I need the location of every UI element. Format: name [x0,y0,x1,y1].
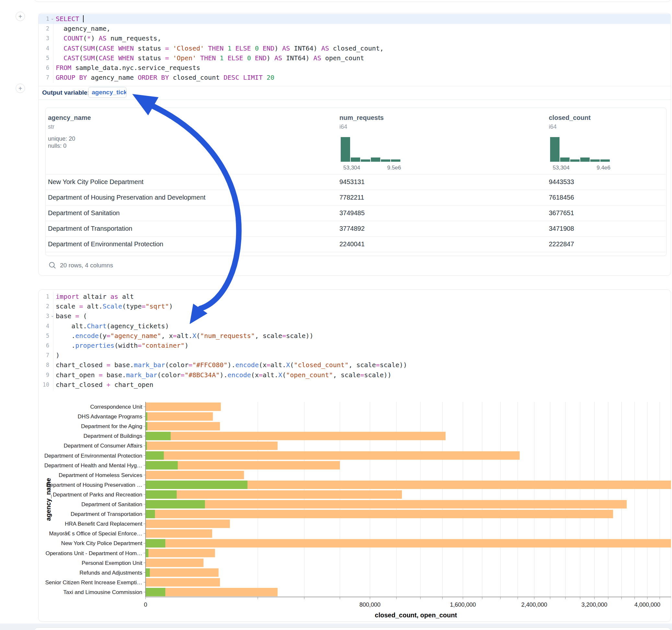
y-tick-label: Department of Parks and Recreation [53,492,142,498]
line-number: 7 [38,350,49,360]
code-line: 3 COUNT(*) AS num_requests, [38,33,667,43]
table-cell: 3749485 [339,205,365,221]
fold-caret-icon[interactable]: ⌄ [51,311,54,320]
histogram-bar [361,160,370,162]
histogram-bar [391,160,400,162]
code-text: chart_open = base.mark_bar(color="#8BC34… [56,370,391,380]
histogram-bar [550,137,559,162]
code-text: .properties(width="container") [56,341,188,350]
y-tick-label: Refunds and Adjustments [79,570,142,576]
output-variable-value: agency_tickets [92,89,126,96]
line-number: 3 [38,33,49,43]
code-text: .encode(y="agency_name", x=alt.X("num_re… [56,331,313,341]
closed-count-bar [146,588,278,596]
closed-count-bar [146,568,218,577]
y-tick-label: Department of Buildings [83,433,142,439]
altair-chart: 0800,0001,600,0002,400,0003,200,0004,000… [38,399,671,622]
histogram-max-label: 9.4e6 [590,165,610,171]
histogram-bar [570,160,580,162]
closed-count-bar [146,559,203,567]
table-cell: 3677651 [549,205,574,221]
open-count-bar [146,500,205,508]
y-tick-label: Operations Unit - Department of Hom… [45,550,142,556]
closed-count-bar [146,539,671,547]
line-number: 1 [38,14,49,24]
closed-count-bar [146,519,230,528]
code-text: agency_name, [56,24,111,34]
add-cell-button[interactable]: + [16,12,25,21]
table-cell: 7782211 [339,190,364,205]
open-count-bar [146,549,148,557]
table-cell: 3471908 [549,221,574,236]
histogram-min-label: 53,304 [343,165,360,171]
code-line: 2scale = alt.Scale(type="sqrt") [38,301,667,311]
line-number: 4 [38,321,49,331]
code-line: 6 .properties(width="container") [38,341,667,350]
column-meta: i64 [339,123,347,130]
next-cell-edge [34,627,671,630]
add-cell-button-2[interactable]: + [16,83,25,93]
code-line: 8chart_closed = base.mark_bar(color="#FF… [38,360,667,370]
table-cell: 9453131 [339,174,365,190]
line-number: 1 [38,292,49,302]
column-meta: i64 [549,123,557,130]
line-number: 3 [38,311,49,321]
code-text: scale = alt.Scale(type="sqrt") [56,301,173,311]
cell-divider-2 [39,99,671,100]
code-text: CAST(SUM(CASE WHEN status = 'Closed' THE… [56,43,384,53]
code-text: chart_closed + chart_open [56,380,153,390]
column-name: closed_count [549,114,591,122]
closed-count-bar [146,403,221,411]
line-number: 5 [38,331,49,341]
open-count-bar [146,461,178,469]
y-tick-label: Correspondence Unit [90,404,142,410]
row-separator [46,252,666,252]
open-count-bar [146,510,155,518]
table-cell: Department of Transportation [48,221,132,236]
closed-count-bar [146,529,212,538]
open-count-bar [146,568,150,577]
code-text: import altair as alt [56,292,134,302]
y-tick-label: Taxi and Limousine Commission [63,589,142,595]
code-text: COUNT(*) AS num_requests, [56,33,161,43]
table-cell: 2222847 [549,236,574,252]
code-line: 3⌄base = ( [38,311,667,321]
y-tick-label: Senior Citizen Rent Increase Exempti… [45,579,142,586]
cell-divider [39,86,671,86]
open-count-bar [146,432,170,440]
code-line: 9chart_open = base.mark_bar(color="#8BC3… [38,370,667,380]
column-name: num_requests [339,114,384,122]
histogram-bar [590,160,600,162]
y-tick-label: Department of Housing Preservation … [46,482,142,488]
code-line: 1import altair as alt [38,292,667,302]
table-cell: New York City Police Department [48,174,144,190]
closed-count-bar [146,441,278,450]
table-footer-text: 20 rows, 4 columns [60,262,113,269]
closed-count-bar [146,490,402,499]
open-count-bar [146,422,147,430]
x-tick-label: 1,600,000 [450,602,476,608]
code-line: 5 CAST(SUM(CASE WHEN status = 'Open' THE… [38,53,667,63]
table-cell: 2240041 [339,236,365,252]
x-tick-label: 800,000 [360,602,381,608]
histogram-bar [341,137,350,162]
line-number: 7 [38,73,49,83]
fold-caret-icon[interactable]: ⌄ [51,13,54,23]
code-text: alt.Chart(agency_tickets) [56,321,169,331]
search-icon[interactable] [49,262,56,269]
histogram-bar [351,158,360,162]
line-number: 6 [38,341,49,350]
histogram-bar [371,158,380,162]
column-meta: unique: 20 [48,136,75,142]
closed-count-bar [146,471,244,479]
line-number: 10 [38,380,49,390]
output-variable-pill[interactable]: agency_tickets [88,87,126,98]
line-number: 5 [38,53,49,63]
x-tick-label: 0 [144,602,147,608]
y-tick-label: Department of Sanitation [81,501,142,508]
table-cell: Department of Sanitation [48,205,120,221]
y-tick-label: Department of Homeless Services [59,472,142,478]
output-variable-label: Output variable: [42,86,90,99]
code-text: CAST(SUM(CASE WHEN status = 'Open' THEN … [56,53,364,63]
y-tick-label: Mayorâ€ s Office of Special Enforce… [49,531,142,537]
